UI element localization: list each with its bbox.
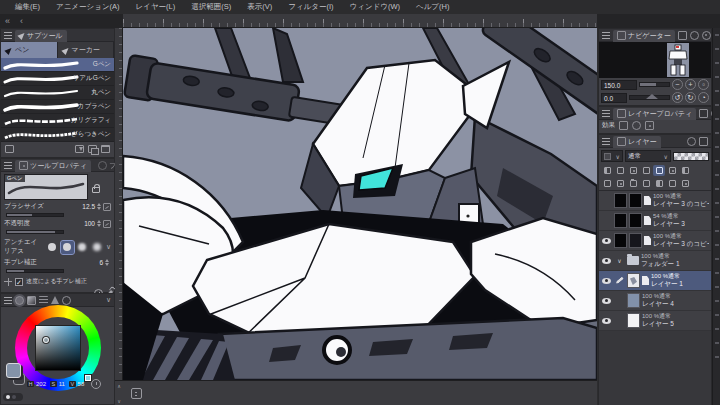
show-mask-area-icon[interactable] (666, 165, 678, 176)
layer-row-folder1[interactable]: ∨ 100 %通常フォルダー 1 (599, 251, 711, 271)
antialias-none[interactable] (46, 241, 59, 254)
collapse-up-icon[interactable]: ∧ (117, 383, 121, 389)
visibility-toggle[interactable] (601, 298, 612, 304)
menu-layer[interactable]: レイヤー(L) (129, 2, 183, 12)
chevron-down-icon[interactable]: ∨ (106, 296, 111, 304)
rotate-ccw-button[interactable]: ↺ (672, 92, 683, 103)
brush-calligraphy[interactable]: カリグラフィ (1, 114, 114, 128)
panel-menu-icon[interactable] (4, 32, 12, 39)
info-icon[interactable] (702, 31, 711, 40)
zoom-value[interactable]: 150.0 (601, 80, 637, 90)
timelapse-icon[interactable] (131, 388, 142, 399)
delete-subtool-icon[interactable] (101, 145, 110, 153)
duplicate-subtool-icon[interactable] (88, 145, 97, 153)
layer-row-layer3[interactable]: 54 %通常レイヤー 3 (599, 211, 711, 231)
layer-property-tab[interactable]: レイヤープロパティ (613, 108, 696, 120)
tab-pen[interactable]: ペン (1, 42, 58, 58)
hue-value[interactable]: 202 (36, 381, 46, 387)
layer-opacity-slider[interactable] (673, 152, 709, 161)
sub-tool-tab[interactable]: サブツール (15, 30, 67, 42)
navigator-thumbnail[interactable] (599, 42, 711, 78)
sv-picker-handle[interactable] (43, 337, 49, 343)
import-subtool-icon[interactable] (75, 145, 84, 153)
layer-tab[interactable]: レイヤー (613, 136, 661, 148)
layer-row-layer3-copy2[interactable]: 100 %通常レイヤー 3 のコピー 2 (599, 231, 711, 251)
layer-row-layer1-selected[interactable]: 100 %通常レイヤー 1 (599, 271, 711, 291)
new-vector-layer-icon[interactable] (614, 178, 626, 189)
layer-row-layer5[interactable]: 100 %通常レイヤー 5 (599, 311, 711, 331)
antialias-middle[interactable] (76, 241, 89, 254)
brush-kabura-pen[interactable]: カブラペン (1, 100, 114, 114)
scene-icon[interactable] (699, 137, 708, 146)
transfer-to-lower-icon[interactable] (640, 178, 652, 189)
opacity-value[interactable]: 100 (84, 220, 95, 227)
brush-g-pen[interactable]: Gペン (1, 58, 114, 72)
enable-mask-icon[interactable] (653, 165, 665, 176)
main-color-swatch[interactable] (6, 363, 21, 378)
rotate-cw-button[interactable]: ↻ (685, 92, 696, 103)
palette-color-dropdown[interactable]: ∨ (601, 150, 623, 162)
panel-menu-icon[interactable] (4, 162, 12, 169)
reset-rotation-button[interactable]: ◔ (698, 92, 709, 103)
stabilization-spinner[interactable] (105, 259, 109, 266)
stabilization-slider[interactable] (6, 269, 64, 273)
visibility-toggle[interactable] (601, 238, 612, 244)
tab-marker[interactable]: マーカー (58, 42, 115, 58)
zoom-in-button[interactable]: + (685, 79, 696, 90)
color-slider-tab-icon[interactable] (27, 296, 36, 305)
brush-rough-pen[interactable]: ざらつきペン (1, 128, 114, 142)
checker-icon[interactable] (5, 145, 14, 153)
visibility-toggle[interactable] (601, 278, 612, 284)
menu-selection[interactable]: 選択範囲(S) (184, 2, 238, 12)
magnifier-icon[interactable] (690, 31, 699, 40)
opacity-slider[interactable] (6, 230, 64, 234)
visibility-toggle[interactable] (601, 258, 612, 264)
layer-row-layer3-copy[interactable]: 100 %通常レイヤー 3 のコピー (599, 191, 711, 211)
fit-to-window-button[interactable]: ▫ (698, 79, 709, 90)
lock-icon[interactable] (92, 187, 100, 193)
collapse-down-icon[interactable]: ∨ (117, 398, 121, 404)
panel-menu-icon[interactable] (602, 32, 610, 39)
lock-transparent-pixels-icon[interactable] (601, 165, 613, 176)
merge-to-lower-icon[interactable] (653, 178, 665, 189)
zoom-out-button[interactable]: − (672, 79, 683, 90)
brush-size-dynamics-icon[interactable] (103, 203, 111, 211)
value-value[interactable]: 58 (78, 381, 85, 387)
brush-size-value[interactable]: 12.5 (82, 203, 95, 210)
apply-mask-icon[interactable] (666, 178, 678, 189)
panel-menu-icon[interactable] (602, 138, 610, 145)
brush-size-spinner[interactable] (97, 203, 101, 210)
collapse-left-icon[interactable]: « (0, 14, 15, 28)
antialias-weak[interactable] (61, 241, 74, 254)
brush-maru-pen[interactable]: 丸ペン (1, 86, 114, 100)
layer-color-effect-icon[interactable] (645, 121, 654, 130)
opacity-dynamics-icon[interactable] (103, 220, 111, 228)
clip-to-layer-below-icon[interactable] (614, 165, 626, 176)
color-wheel-tab-icon[interactable] (15, 296, 24, 305)
brush-size-slider[interactable] (6, 213, 64, 217)
color-set-tab-icon[interactable] (39, 296, 48, 305)
history-icon[interactable] (687, 137, 696, 146)
zoom-slider[interactable] (639, 82, 670, 87)
delete-layer-icon[interactable] (679, 178, 691, 189)
subview-icon[interactable] (678, 31, 687, 40)
rotate-value[interactable]: 0.0 (601, 93, 627, 103)
back-icon[interactable]: ‹ (15, 14, 28, 28)
tool-property-tab[interactable]: ツールプロパティ (15, 160, 91, 172)
opacity-spinner[interactable] (97, 220, 101, 227)
panel-menu-icon[interactable] (602, 110, 610, 117)
color-switch-pill[interactable] (3, 393, 23, 401)
tone-effect-icon[interactable] (632, 121, 641, 130)
blend-mode-dropdown[interactable]: 通常∨ (625, 150, 671, 162)
menu-animation[interactable]: アニメーション(A) (49, 2, 127, 12)
menu-filter[interactable]: フィルター(I) (281, 2, 340, 12)
color-history-icon[interactable] (91, 379, 101, 389)
menu-edit[interactable]: 編集(E) (8, 2, 47, 12)
menu-window[interactable]: ウィンドウ(W) (343, 2, 407, 12)
collapsed-palette-strip[interactable]: « (712, 14, 720, 405)
new-raster-layer-icon[interactable] (601, 178, 613, 189)
new-folder-icon[interactable] (627, 178, 639, 189)
visibility-toggle[interactable] (601, 318, 612, 324)
panel-menu-icon[interactable] (4, 297, 12, 304)
border-effect-icon[interactable] (619, 121, 628, 130)
